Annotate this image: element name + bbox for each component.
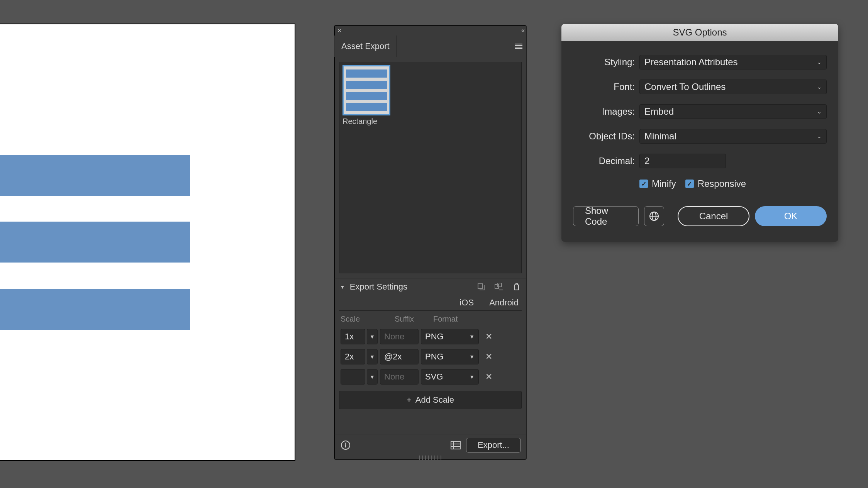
asset-item[interactable]: Rectangle [342, 65, 393, 126]
formats-table: Scale Suffix Format 1x ▼ None PNG▼ ✕ 2x … [339, 310, 522, 387]
scale-input[interactable]: 1x [341, 329, 365, 344]
objectids-label: Object IDs: [573, 131, 635, 142]
svg-point-4 [345, 442, 346, 444]
col-scale: Scale [341, 315, 395, 324]
suffix-input[interactable]: @2x [380, 349, 419, 364]
shape-rectangle[interactable] [0, 155, 190, 196]
panel-titlebar: × « [334, 25, 526, 36]
scale-input[interactable] [341, 369, 365, 385]
minify-checkbox[interactable]: ✓ Minify [639, 178, 676, 189]
export-button[interactable]: Export... [466, 438, 521, 452]
svg-options-dialog: SVG Options Styling: Presentation Attrib… [561, 24, 838, 242]
format-select[interactable]: PNG▼ [421, 349, 479, 364]
platform-presets: iOS Android [334, 295, 526, 310]
remove-row-icon[interactable]: ✕ [481, 352, 497, 362]
checkmark-icon: ✓ [639, 180, 648, 188]
export-settings-label: Export Settings [350, 282, 407, 292]
asset-label: Rectangle [342, 117, 393, 126]
panel-footer: Export... [334, 434, 526, 456]
close-icon[interactable]: × [337, 27, 342, 34]
asset-thumbnail[interactable] [342, 65, 390, 115]
remove-row-icon[interactable]: ✕ [481, 332, 497, 342]
images-label: Images: [573, 106, 635, 117]
preview-browser-button[interactable] [644, 206, 664, 226]
svg-rect-0 [478, 284, 483, 288]
dialog-title: SVG Options [561, 24, 838, 41]
asset-grid[interactable]: Rectangle [339, 62, 522, 273]
decimal-input[interactable]: 2 [639, 154, 726, 168]
styling-label: Styling: [573, 57, 635, 68]
plus-icon: + [407, 395, 412, 405]
multi-export-icon[interactable] [495, 283, 503, 291]
asset-export-panel: × « Asset Export Rectangle ▼ Export Sett… [334, 25, 527, 460]
styling-select[interactable]: Presentation Attributes⌄ [639, 55, 827, 69]
disclosure-triangle-icon[interactable]: ▼ [340, 284, 345, 290]
shape-rectangle[interactable] [0, 289, 190, 330]
format-row: ▼ None SVG▼ ✕ [339, 367, 522, 387]
scale-input[interactable]: 2x [341, 349, 365, 364]
scale-dropdown-icon[interactable]: ▼ [367, 349, 378, 364]
font-select[interactable]: Convert To Outlines⌄ [639, 80, 827, 94]
decimal-label: Decimal: [573, 156, 635, 166]
grid-view-icon[interactable] [450, 439, 461, 451]
cancel-button[interactable]: Cancel [678, 206, 749, 226]
format-select[interactable]: PNG▼ [421, 329, 479, 344]
show-code-button[interactable]: Show Code [573, 206, 639, 226]
objectids-select[interactable]: Minimal⌄ [639, 129, 827, 144]
add-scale-button[interactable]: + Add Scale [339, 391, 522, 409]
format-row: 2x ▼ @2x PNG▼ ✕ [339, 347, 522, 367]
format-row: 1x ▼ None PNG▼ ✕ [339, 327, 522, 347]
svg-rect-5 [345, 444, 346, 447]
col-suffix: Suffix [395, 315, 433, 324]
globe-icon [649, 211, 659, 221]
tab-asset-export[interactable]: Asset Export [334, 36, 397, 57]
col-format: Format [433, 315, 495, 324]
panel-tabs: Asset Export [334, 36, 526, 57]
suffix-input[interactable]: None [380, 329, 419, 344]
responsive-checkbox[interactable]: ✓ Responsive [685, 178, 746, 189]
panel-menu-icon[interactable] [511, 36, 526, 57]
collapse-icon[interactable]: « [521, 27, 523, 34]
preset-ios[interactable]: iOS [459, 298, 474, 308]
artboard-canvas[interactable] [0, 24, 295, 461]
remove-row-icon[interactable]: ✕ [481, 372, 497, 382]
font-label: Font: [573, 81, 635, 92]
trash-icon[interactable] [512, 283, 521, 291]
info-icon[interactable] [340, 439, 351, 451]
preset-android[interactable]: Android [489, 298, 519, 308]
format-select[interactable]: SVG▼ [421, 369, 479, 385]
resize-grip[interactable]: ┃┃┃┃┃┃┃┃ [334, 456, 526, 459]
export-settings-header[interactable]: ▼ Export Settings [334, 278, 526, 295]
scale-dropdown-icon[interactable]: ▼ [367, 329, 378, 344]
images-select[interactable]: Embed⌄ [639, 104, 827, 119]
scale-dropdown-icon[interactable]: ▼ [367, 369, 378, 385]
suffix-input[interactable]: None [380, 369, 419, 385]
checkmark-icon: ✓ [685, 180, 694, 188]
ok-button[interactable]: OK [755, 206, 827, 226]
svg-rect-6 [451, 441, 460, 449]
shape-rectangle[interactable] [0, 222, 190, 263]
single-export-icon[interactable] [477, 283, 485, 291]
